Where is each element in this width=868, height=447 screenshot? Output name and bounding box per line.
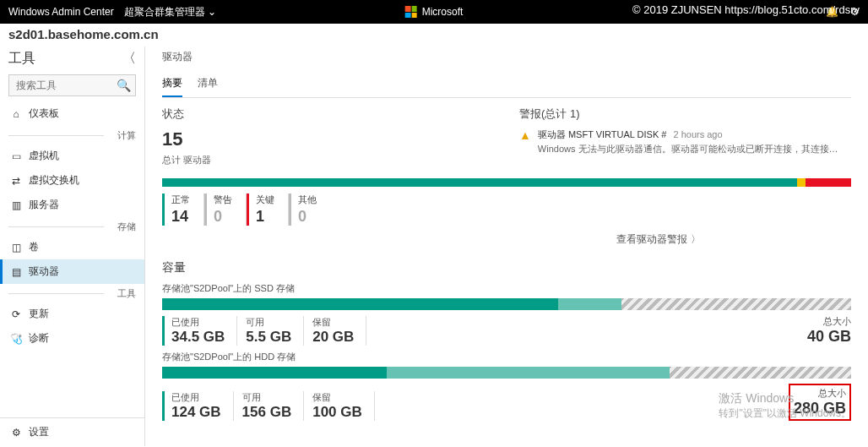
sidebar-item-dashboard[interactable]: ⌂仪表板 bbox=[0, 101, 144, 126]
update-icon: ⟳ bbox=[10, 308, 22, 320]
sidebar-item-vm[interactable]: ▭虚拟机 bbox=[0, 144, 144, 168]
view-alerts-link[interactable]: 查看驱动器警报 〉 bbox=[162, 232, 851, 247]
drive-icon: ▤ bbox=[10, 266, 22, 278]
settings-icon[interactable]: ⚙ bbox=[850, 6, 860, 18]
alert-item[interactable]: ▲ 驱动器 MSFT VIRTUAL DISK #2 hours ago Win… bbox=[519, 128, 851, 155]
search-tools[interactable]: 🔍 bbox=[8, 74, 136, 96]
server-icon: ▥ bbox=[10, 199, 22, 211]
sidebar-label: 卷 bbox=[29, 240, 39, 254]
context-dropdown[interactable]: 超聚合群集管理器 ⌄ bbox=[124, 5, 216, 19]
sidebar-label: 虚拟交换机 bbox=[29, 173, 79, 188]
hdd-reserved: 保留100 GB bbox=[304, 391, 375, 421]
gear-icon: ⚙ bbox=[10, 427, 22, 439]
sidebar-label: 更新 bbox=[29, 307, 49, 321]
drive-count-label: 总计 驱动器 bbox=[162, 154, 494, 166]
volume-icon: ◫ bbox=[10, 242, 22, 253]
stat-other: 其他0 bbox=[289, 194, 330, 226]
sidebar-label: 虚拟机 bbox=[29, 149, 59, 163]
vm-icon: ▭ bbox=[10, 150, 22, 162]
sidebar-item-diagnostics[interactable]: 🩺诊断 bbox=[0, 326, 144, 351]
microsoft-logo-icon bbox=[405, 6, 417, 18]
sidebar-label: 驱动器 bbox=[29, 264, 59, 279]
brand: Microsoft bbox=[405, 6, 464, 18]
ssd-used: 已使用34.5 GB bbox=[162, 316, 237, 346]
ssd-bar bbox=[162, 298, 851, 310]
stat-critical: 关键1 bbox=[247, 194, 289, 226]
status-title: 状态 bbox=[162, 106, 494, 122]
sidebar-label: 仪表板 bbox=[29, 106, 59, 121]
status-bar-warn bbox=[797, 178, 806, 187]
alert-name: 驱动器 MSFT VIRTUAL DISK # bbox=[538, 129, 667, 139]
status-bar-critical bbox=[806, 178, 851, 187]
app-name: Windows Admin Center bbox=[8, 6, 114, 18]
group-compute: 计算 bbox=[0, 126, 144, 144]
brand-text: Microsoft bbox=[422, 6, 464, 18]
sidebar-item-settings[interactable]: ⚙设置 bbox=[0, 417, 144, 446]
ssd-total: 总大小40 GB bbox=[807, 315, 851, 346]
hdd-pool-label: 存储池"S2DPool"上的 HDD 存储 bbox=[162, 351, 851, 363]
status-bar-normal bbox=[162, 178, 797, 187]
tools-title: 工具 bbox=[8, 50, 35, 68]
hdd-free: 可用156 GB bbox=[234, 391, 305, 421]
tab-inventory[interactable]: 清单 bbox=[198, 73, 218, 97]
sidebar-label: 服务器 bbox=[29, 198, 59, 212]
cluster-name: s2d01.basehome.com.cn bbox=[0, 24, 868, 46]
group-storage: 存储 bbox=[0, 217, 144, 235]
stat-warn: 警告0 bbox=[204, 194, 247, 226]
hdd-used: 已使用124 GB bbox=[162, 391, 234, 421]
group-tools: 工具 bbox=[0, 284, 144, 302]
sidebar-item-servers[interactable]: ▥服务器 bbox=[0, 193, 144, 217]
ssd-reserved: 保留20 GB bbox=[304, 316, 366, 346]
sidebar: 工具 〈 🔍 ⌂仪表板 计算 ▭虚拟机 ⇄虚拟交换机 ▥服务器 存储 ◫卷 ▤驱… bbox=[0, 46, 145, 446]
ssd-pool-label: 存储池"S2DPool"上的 SSD 存储 bbox=[162, 282, 851, 295]
alerts-title: 警报(总计 1) bbox=[519, 106, 851, 122]
alert-time: 2 hours ago bbox=[673, 129, 722, 139]
breadcrumb: 驱动器 bbox=[162, 50, 851, 64]
notifications-icon[interactable]: 🔔 bbox=[826, 6, 838, 18]
alert-message: Windows 无法与此驱动器通信。驱动器可能松动或已断开连接，其连接器可能发生… bbox=[538, 143, 842, 155]
main-content: 驱动器 摘要 清单 状态 15 总计 驱动器 警报(总计 1) ▲ 驱动器 MS… bbox=[145, 46, 868, 446]
hdd-total: 总大小280 GB bbox=[789, 384, 851, 421]
chevron-down-icon: ⌄ bbox=[208, 6, 216, 18]
drive-count: 15 bbox=[162, 128, 494, 150]
capacity-title: 容量 bbox=[162, 260, 851, 275]
ssd-free: 可用5.5 GB bbox=[237, 316, 304, 346]
switch-icon: ⇄ bbox=[10, 175, 22, 187]
sidebar-label: 诊断 bbox=[29, 331, 49, 346]
collapse-icon[interactable]: 〈 bbox=[122, 50, 136, 68]
diagnostics-icon: 🩺 bbox=[10, 333, 22, 345]
status-bar bbox=[162, 178, 851, 187]
warning-icon: ▲ bbox=[519, 128, 531, 155]
tab-summary[interactable]: 摘要 bbox=[162, 73, 182, 97]
sidebar-item-updates[interactable]: ⟳更新 bbox=[0, 302, 144, 326]
top-bar: Windows Admin Center 超聚合群集管理器 ⌄ Microsof… bbox=[0, 0, 868, 24]
hdd-bar bbox=[162, 367, 851, 379]
home-icon: ⌂ bbox=[10, 108, 22, 120]
sidebar-item-vswitch[interactable]: ⇄虚拟交换机 bbox=[0, 168, 144, 193]
chevron-right-icon: 〉 bbox=[691, 233, 701, 245]
sidebar-item-volumes[interactable]: ◫卷 bbox=[0, 235, 144, 259]
tabs: 摘要 清单 bbox=[162, 73, 851, 98]
sidebar-label: 设置 bbox=[29, 425, 49, 439]
stat-normal: 正常14 bbox=[162, 194, 204, 226]
search-icon: 🔍 bbox=[117, 79, 131, 92]
sidebar-item-drives[interactable]: ▤驱动器 bbox=[0, 259, 144, 284]
